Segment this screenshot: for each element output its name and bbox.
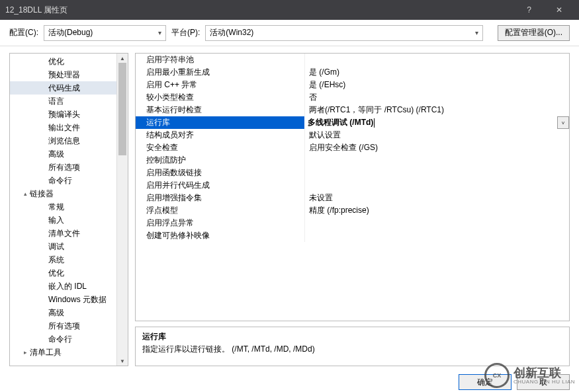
tree-item[interactable]: 所有选项 [10,161,116,174]
property-row[interactable]: 启用并行代码生成 [136,179,569,192]
tree-item[interactable]: 嵌入的 IDL [10,280,116,293]
property-value[interactable] [304,179,569,192]
tree-item[interactable]: ▸清单工具 [10,346,116,359]
property-value[interactable] [304,167,569,179]
property-value[interactable]: 默认设置 [304,129,569,141]
property-row[interactable]: 启用浮点异常 [136,217,569,229]
property-value[interactable] [304,229,569,242]
nav-tree[interactable]: 优化预处理器代码生成语言预编译头输出文件浏览信息高级所有选项命令行▴链接器常规输… [10,54,116,366]
tree-item[interactable]: 输入 [10,214,116,227]
tree-item-label: 语言 [48,96,64,107]
tree-item-label: 清单工具 [30,347,62,358]
property-name: 启用增强指令集 [136,192,304,204]
property-name: 运行库 [136,117,304,128]
caret-icon: ▸ [21,349,30,356]
description-panel: 运行库 指定运行库以进行链接。 (/MT, /MTd, /MD, /MDd) [135,327,570,366]
property-row[interactable]: 启用增强指令集未设置 [136,192,569,204]
scroll-thumb[interactable] [118,63,126,155]
tree-item-label: 常规 [48,202,64,213]
property-value[interactable] [304,54,569,66]
property-row[interactable]: 启用 C++ 异常是 (/EHsc) [136,79,569,91]
property-name: 较小类型检查 [136,92,304,103]
property-value[interactable] [304,154,569,167]
property-value[interactable]: 是 (/EHsc) [304,79,569,91]
tree-item[interactable]: 预编译头 [10,108,116,121]
property-value[interactable] [304,217,569,229]
tree-item[interactable]: 命令行 [10,333,116,346]
tree-item-label: 优化 [48,268,64,279]
tree-scrollbar[interactable]: ▲ ▼ [116,54,128,366]
scroll-up-icon[interactable]: ▲ [117,54,128,63]
property-row[interactable]: 启用字符串池 [136,54,569,66]
nav-tree-container: 优化预处理器代码生成语言预编译头输出文件浏览信息高级所有选项命令行▴链接器常规输… [9,53,128,366]
tree-item-label: 调试 [48,241,64,253]
tree-item[interactable]: 命令行 [10,174,116,187]
property-row[interactable]: 运行库多线程调试 (/MTd)v [136,116,569,129]
tree-item-label: 命令行 [48,334,72,345]
property-name: 启用字符串池 [136,54,304,65]
property-value[interactable]: 多线程调试 (/MTd)v [304,116,569,129]
property-name: 结构成员对齐 [136,130,304,141]
platform-label: 平台(P): [171,27,200,38]
cancel-button[interactable]: 取 [517,374,570,390]
tree-item[interactable]: 输出文件 [10,121,116,134]
tree-item-label: 链接器 [30,188,54,200]
property-row[interactable]: 结构成员对齐默认设置 [136,129,569,141]
property-name: 启用并行代码生成 [136,180,304,191]
tree-item-label: 清单文件 [48,228,80,239]
tree-item[interactable]: 高级 [10,147,116,161]
property-name: 基本运行时检查 [136,104,304,116]
close-button[interactable]: ✕ [544,0,574,20]
ok-button[interactable]: 确定 [459,374,512,390]
property-row[interactable]: 启用函数级链接 [136,167,569,179]
tree-item-label: 预处理器 [48,69,80,81]
tree-item[interactable]: 优化 [10,55,116,68]
property-row[interactable]: 安全检查启用安全检查 (/GS) [136,141,569,154]
property-name: 启用 C++ 异常 [136,79,304,91]
text-cursor [374,118,375,128]
config-combo[interactable]: 活动(Debug) ▾ [44,25,166,41]
property-value[interactable]: 是 (/Gm) [304,66,569,79]
tree-item[interactable]: 优化 [10,266,116,280]
config-label: 配置(C): [9,27,38,38]
property-value[interactable]: 精度 (/fp:precise) [304,204,569,217]
platform-combo[interactable]: 活动(Win32) ▾ [205,25,483,41]
property-row[interactable]: 控制流防护 [136,154,569,167]
property-row[interactable]: 创建可热修补映像 [136,229,569,242]
tree-item[interactable]: ▴链接器 [10,187,116,200]
tree-item[interactable]: 高级 [10,306,116,319]
tree-item[interactable]: 所有选项 [10,319,116,333]
property-value[interactable]: 否 [304,91,569,104]
property-row[interactable]: 基本运行时检查两者(/RTC1，等同于 /RTCsu) (/RTC1) [136,104,569,116]
tree-item-label: 命令行 [48,175,72,186]
property-value[interactable]: 两者(/RTC1，等同于 /RTCsu) (/RTC1) [304,104,569,116]
property-row[interactable]: 启用最小重新生成是 (/Gm) [136,66,569,79]
property-name: 创建可热修补映像 [136,230,304,241]
dropdown-button[interactable]: v [557,116,569,129]
tree-item[interactable]: 系统 [10,253,116,266]
property-row[interactable]: 较小类型检查否 [136,91,569,104]
tree-item[interactable]: 常规 [10,200,116,214]
property-name: 启用浮点异常 [136,217,304,229]
tree-item[interactable]: 预处理器 [10,68,116,81]
property-row[interactable]: 浮点模型精度 (/fp:precise) [136,204,569,217]
tree-item[interactable]: 语言 [10,95,116,108]
tree-item[interactable]: 浏览信息 [10,134,116,147]
tree-item-label: 高级 [48,149,64,160]
tree-item[interactable]: 调试 [10,240,116,253]
tree-item-label: 优化 [48,56,64,67]
chevron-down-icon: ▾ [475,29,478,36]
tree-item-label: 嵌入的 IDL [48,281,87,292]
config-manager-button[interactable]: 配置管理器(O)... [498,25,570,41]
tree-item-label: 输出文件 [48,122,80,134]
tree-item[interactable]: 清单文件 [10,227,116,240]
tree-item-label: 预编译头 [48,109,80,120]
help-button[interactable]: ? [514,0,544,20]
property-grid: 启用字符串池启用最小重新生成是 (/Gm)启用 C++ 异常是 (/EHsc)较… [135,53,570,321]
tree-item[interactable]: 代码生成 [10,81,116,95]
scroll-down-icon[interactable]: ▼ [117,356,128,366]
property-value[interactable]: 未设置 [304,192,569,204]
property-value[interactable]: 启用安全检查 (/GS) [304,141,569,154]
tree-item-label: 所有选项 [48,162,80,173]
tree-item[interactable]: Windows 元数据 [10,293,116,306]
